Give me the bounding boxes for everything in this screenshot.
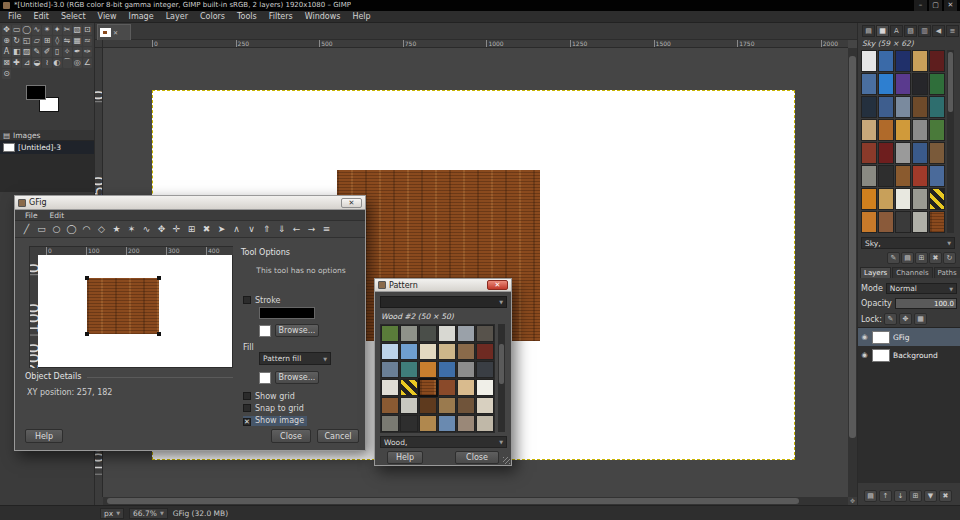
pattern-swatch[interactable] — [400, 415, 418, 432]
tool-color-picker-icon[interactable]: ◎ — [73, 58, 82, 68]
sky-swatch[interactable] — [878, 119, 894, 141]
pattern-swatch[interactable] — [438, 397, 456, 414]
pattern-swatch[interactable] — [419, 397, 437, 414]
pattern-swatch[interactable] — [476, 361, 494, 378]
sky-swatch[interactable] — [861, 119, 877, 141]
pattern-swatch[interactable] — [438, 343, 456, 360]
gfig-cancel-button[interactable]: Cancel — [317, 429, 359, 443]
object-handle[interactable] — [157, 332, 161, 336]
sky-swatch[interactable] — [861, 211, 877, 233]
edit-pattern-icon[interactable]: ✎ — [887, 252, 900, 264]
gfig-bezier-icon[interactable]: ∿ — [139, 224, 154, 234]
gfig-raise-icon[interactable]: ∧ — [229, 224, 244, 234]
tool-unified-transform-icon[interactable]: ⊕ — [2, 36, 11, 46]
sky-swatch[interactable] — [912, 119, 928, 141]
gfig-preview-rectangle[interactable] — [87, 278, 159, 334]
gfig-move-object-icon[interactable]: ✥ — [154, 224, 169, 234]
show-image-checkbox[interactable]: ✕ — [243, 418, 251, 426]
pattern-swatch[interactable] — [476, 343, 494, 360]
sky-swatch[interactable] — [912, 165, 928, 187]
menu-layer[interactable]: Layer — [160, 11, 194, 23]
sky-swatch[interactable] — [929, 73, 945, 95]
lock-alpha-icon[interactable]: ▦ — [914, 313, 927, 325]
duplicate-pattern-icon[interactable]: ⊞ — [915, 252, 928, 264]
tool-free-select-icon[interactable]: ∿ — [32, 25, 41, 35]
unit-select[interactable]: px ▼ — [100, 508, 124, 519]
snap-to-grid-row[interactable]: Snap to grid — [243, 404, 304, 413]
show-grid-row[interactable]: Show grid — [243, 392, 295, 401]
stroke-checkbox[interactable] — [243, 296, 251, 304]
tool-perspective-clone-icon[interactable]: ⊿ — [22, 58, 31, 68]
gfig-delete-object-icon[interactable]: ✖ — [199, 224, 214, 234]
sky-swatch[interactable] — [861, 73, 877, 95]
tab-close-icon[interactable]: ✕ — [113, 29, 118, 36]
pattern-swatch[interactable] — [438, 361, 456, 378]
fill-pattern-swatch[interactable] — [259, 372, 271, 384]
horizontal-scrollbar-thumb[interactable] — [107, 498, 799, 504]
menu-windows[interactable]: Windows — [299, 11, 347, 23]
menu-filters[interactable]: Filters — [263, 11, 299, 23]
ruler-corner[interactable] — [95, 40, 103, 48]
pattern-swatch[interactable] — [381, 343, 399, 360]
new-pattern-icon[interactable]: ▤ — [901, 252, 914, 264]
gfig-line-icon[interactable]: ╱ — [19, 224, 34, 234]
quick-mask-toggle[interactable] — [95, 497, 103, 505]
tool-handle-transform-icon[interactable]: ⊞ — [42, 36, 51, 46]
menu-image[interactable]: Image — [123, 11, 160, 23]
tool-shear-icon[interactable]: ▱ — [32, 36, 41, 46]
tool-flip-icon[interactable]: ⇋ — [63, 36, 72, 46]
sky-swatch[interactable] — [895, 73, 911, 95]
pattern-swatch[interactable] — [400, 343, 418, 360]
lower-layer-icon[interactable]: ↓ — [894, 490, 907, 502]
tool-heal-icon[interactable]: ✚ — [12, 58, 21, 68]
pattern-swatch[interactable] — [381, 379, 399, 396]
opacity-slider[interactable]: 100.0 — [895, 298, 957, 309]
pattern-swatch[interactable] — [400, 361, 418, 378]
gfig-preview-canvas[interactable] — [38, 255, 232, 367]
duplicate-layer-icon[interactable]: ⊞ — [909, 490, 922, 502]
tool-bucket-fill-icon[interactable]: ◧ — [12, 47, 21, 57]
resize-grip[interactable] — [503, 457, 510, 464]
gfig-circle-icon[interactable]: ○ — [49, 224, 64, 234]
sky-swatch[interactable] — [929, 165, 945, 187]
sky-swatch[interactable] — [912, 188, 928, 210]
sky-swatch[interactable] — [912, 50, 928, 72]
sky-swatch[interactable] — [929, 96, 945, 118]
dock-tab-fonts-icon[interactable]: A — [890, 25, 903, 37]
pattern-swatch[interactable] — [457, 415, 475, 432]
dock-tab-patterns-icon[interactable]: ▦ — [876, 25, 889, 37]
anchor-layer-icon[interactable]: ▼ — [924, 490, 937, 502]
stroke-checkbox-row[interactable]: Stroke — [243, 296, 281, 305]
gfig-menu-edit[interactable]: Edit — [44, 210, 71, 221]
tool-text-icon[interactable]: A — [2, 47, 11, 57]
tool-cage-transform-icon[interactable]: ▦ — [73, 36, 82, 46]
pattern-help-button[interactable]: Help — [387, 451, 423, 464]
sky-swatch[interactable] — [878, 73, 894, 95]
zoom-select[interactable]: 66.7% ▼ — [129, 508, 168, 519]
sky-swatch[interactable] — [861, 188, 877, 210]
tool-rect-select-icon[interactable]: ▭ — [12, 25, 21, 35]
pattern-swatch[interactable] — [419, 325, 437, 342]
gfig-star-icon[interactable]: ★ — [109, 224, 124, 234]
refresh-patterns-icon[interactable]: ↻ — [943, 252, 956, 264]
tool-rotate-icon[interactable]: ↻ — [12, 36, 21, 46]
layer-row[interactable]: ◉Background — [858, 346, 960, 364]
tool-gradient-icon[interactable]: ▨ — [22, 47, 31, 57]
sky-swatch[interactable] — [912, 211, 928, 233]
gfig-rectangle-icon[interactable]: ▭ — [34, 224, 49, 234]
tool-scale-icon[interactable]: ◱ — [22, 36, 31, 46]
mode-select[interactable]: Normal ▼ — [886, 283, 957, 294]
tool-zoom-icon[interactable]: ⊙ — [2, 69, 11, 79]
pattern-swatch[interactable] — [438, 325, 456, 342]
panel-collapse-icon[interactable]: ◀ — [932, 25, 945, 37]
pattern-swatch[interactable] — [400, 325, 418, 342]
tool-warp-icon[interactable]: ≈ — [83, 36, 92, 46]
pattern-swatch[interactable] — [381, 415, 399, 432]
pattern-swatch[interactable] — [457, 343, 475, 360]
menu-edit[interactable]: Edit — [27, 11, 55, 23]
image-tab[interactable]: ✕ — [97, 24, 131, 40]
sky-swatch[interactable] — [895, 165, 911, 187]
tool-dodge-burn-icon[interactable]: ◐ — [53, 58, 62, 68]
gfig-select-object-icon[interactable]: ➤ — [214, 224, 229, 234]
tool-perspective-icon[interactable]: ◊ — [53, 36, 62, 46]
